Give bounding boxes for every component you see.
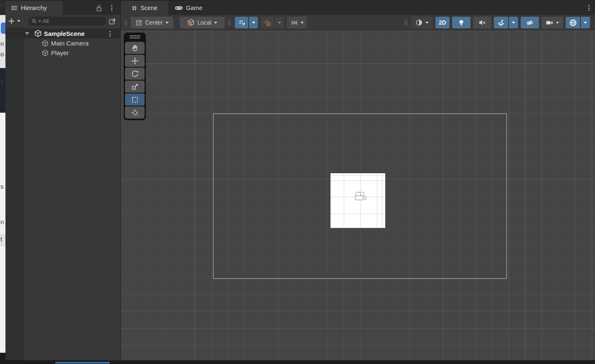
2d-mode-label: 2D [439,19,446,26]
video-camera-icon [546,20,553,26]
hierarchy-search-field[interactable] [28,17,106,25]
rotation-mode-dropdown[interactable]: Local [180,17,225,28]
view-hand-tool-button[interactable] [125,42,145,54]
list-icon [11,5,18,11]
sliver-text-fragment: e [0,78,4,85]
transform-tool-button[interactable] [125,106,145,119]
scene-panel: Scene Game [121,0,595,360]
pick-window-icon[interactable] [108,17,117,25]
rect-tool-icon [131,96,139,104]
chevron-down-icon [300,22,304,24]
scene-lighting-toggle[interactable] [452,17,470,28]
ruler-icon [291,20,298,26]
sliver-segment [0,246,5,353]
gamepad-icon [175,5,183,11]
overlay-drag-handle-icon[interactable] [130,35,140,36]
white-square-sprite[interactable] [331,173,385,228]
hierarchy-row-player[interactable]: Player [5,48,120,58]
scene-view-toolbar: Center Local Y [121,15,595,30]
hierarchy-menu-kebab-icon[interactable] [109,4,114,12]
eye-slash-icon [526,19,534,26]
hierarchy-row-scene[interactable]: SampleScene [5,28,120,38]
grid-hash-icon [131,5,137,11]
toolbar-right-group: 2D [405,15,590,30]
tab-scene[interactable]: Scene [121,1,168,15]
effects-star-icon [497,19,505,26]
unlock-icon[interactable] [95,4,103,12]
foldout-expanded-icon[interactable] [25,32,29,35]
hierarchy-tree: SampleScene Main Camera Player [5,27,120,360]
snap-increment-toggle[interactable] [261,17,274,28]
background-window-sliver: s n o e s n t [0,0,5,364]
chevron-down-icon [425,22,429,24]
grid-y-snap-icon: Y [238,19,245,26]
scene-fx-options-dropdown[interactable] [509,17,518,28]
toolbar-separator [405,20,408,26]
2d-mode-toggle[interactable]: 2D [435,17,450,28]
hierarchy-left-gutter [5,27,24,360]
tab-hierarchy[interactable]: Hierarchy [5,1,63,15]
chevron-down-icon [512,22,515,24]
tab-scene-label: Scene [140,5,158,11]
move-arrows-icon [131,57,139,65]
scene-viewport[interactable] [121,30,595,360]
gizmos-options-dropdown[interactable] [581,17,590,28]
pivot-center-icon [135,19,142,26]
hand-icon [131,44,139,52]
rotation-mode-label: Local [197,19,211,26]
lightbulb-icon [458,19,465,26]
gizmo-globe-icon [569,19,577,27]
sliver-text-fragment: s [0,1,4,8]
sliver-text-fragment: s [0,183,4,190]
gameobject-cube-icon [41,49,49,57]
pivot-mode-label: Center [145,19,163,26]
camera-settings-dropdown[interactable] [542,17,563,28]
gameobject-cube-icon [41,40,49,47]
hierarchy-row-main-camera[interactable]: Main Camera [5,38,120,48]
grid-snap-toggle[interactable]: Y [235,17,248,28]
chevron-down-icon [252,22,255,24]
chevron-down-icon [556,22,559,24]
audio-mute-toggle[interactable] [473,17,491,28]
transform-combined-icon [131,109,139,116]
pivot-mode-dropdown[interactable]: Center [131,17,173,28]
search-input[interactable] [43,18,103,24]
unit-snap-dropdown[interactable] [287,17,307,28]
scale-icon [131,83,139,91]
hierarchy-toolbar [5,15,120,27]
scale-tool-button[interactable] [125,81,145,93]
hierarchy-tabstrip: Hierarchy [5,0,120,15]
magnet-snap-icon [264,19,271,26]
rotate-tool-button[interactable] [125,68,145,80]
scene-panel-menu-kebab-icon[interactable] [586,4,592,12]
toolbar-separator [125,20,127,26]
scene-tabstrip: Scene Game [121,0,595,15]
rect-tool-button[interactable] [125,94,145,106]
chevron-down-icon [17,20,20,22]
rotate-arrows-icon [131,70,139,78]
tab-hierarchy-label: Hierarchy [21,5,47,11]
move-tool-button[interactable] [125,55,145,67]
horizontal-scrollbar-thumb[interactable] [55,362,110,364]
search-icon [31,18,37,24]
sliver-segment [0,353,5,364]
grid-major-line [121,329,595,329]
create-object-button[interactable] [8,18,20,25]
camera-gizmo-icon [353,191,369,203]
gameobject-label: Player [51,49,69,56]
grid-snap-options-dropdown[interactable] [249,17,258,28]
shading-mode-dropdown[interactable] [411,17,433,28]
scene-name-label: SampleScene [44,30,85,37]
gizmos-toggle[interactable] [566,17,580,28]
shading-sphere-icon [415,19,423,26]
grid-major-line [525,30,525,360]
scene-fx-toggle[interactable] [494,17,508,28]
speaker-mute-icon [478,19,486,26]
hidden-objects-toggle[interactable] [521,17,539,28]
unity-editor-window: s n o e s n t Hierarchy [0,0,595,364]
scene-menu-kebab-icon[interactable] [107,30,113,38]
grid-major-line [121,63,595,64]
snap-increment-options-dropdown[interactable] [275,17,284,28]
sliver-text-fragment: t [0,235,2,243]
tab-game[interactable]: Game [168,1,213,15]
